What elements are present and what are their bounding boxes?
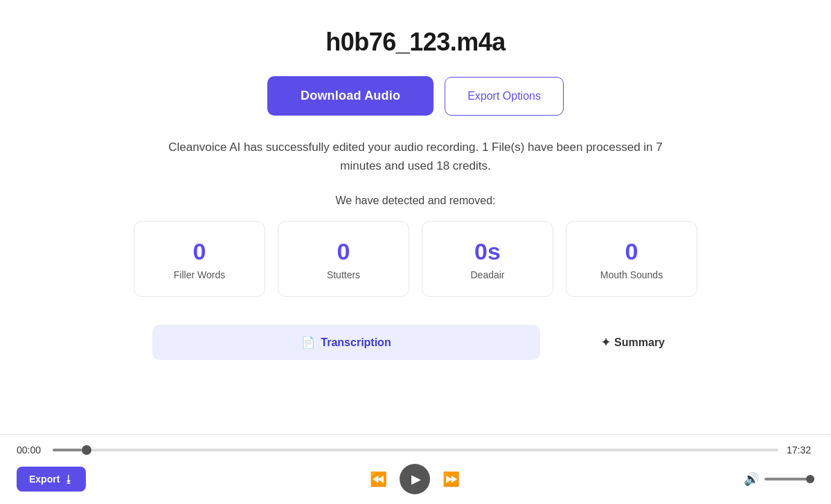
mouth-sounds-label: Mouth Sounds [600,269,663,280]
tab-transcription[interactable]: 📄 Transcription [152,325,540,360]
tab-transcription-label: Transcription [321,336,391,349]
export-bar-button[interactable]: Export ⭳ [17,467,86,492]
volume-fill [765,478,810,480]
stats-row: 0 Filler Words 0 Stutters 0s Deadair 0 M… [134,221,697,297]
audio-bar: 00:00 17:32 Export ⭳ ⏪ ▶ ⏩ 🔊 [0,434,831,504]
audio-timeline: 00:00 17:32 [17,444,814,456]
stutters-value: 0 [337,238,350,265]
play-button[interactable]: ▶ [400,464,430,494]
stat-card-deadair: 0s Deadair [422,221,553,297]
filler-words-value: 0 [193,238,206,265]
deadair-value: 0s [474,238,501,265]
download-audio-button[interactable]: Download Audio [267,76,434,116]
progress-fill [53,449,82,451]
stutters-label: Stutters [327,269,360,280]
volume-thumb[interactable] [806,475,814,483]
export-icon: ⭳ [64,474,73,485]
export-options-button[interactable]: Export Options [445,77,564,116]
button-row: Download Audio Export Options [267,76,564,116]
playback-controls: ⏪ ▶ ⏩ [370,464,460,494]
current-time: 00:00 [17,444,44,456]
fast-forward-button[interactable]: ⏩ [443,471,460,487]
audio-controls: Export ⭳ ⏪ ▶ ⏩ 🔊 [17,464,814,494]
volume-row: 🔊 [744,471,814,487]
play-icon: ▶ [411,471,421,487]
file-title: h0b76_123.m4a [325,28,506,57]
mouth-sounds-value: 0 [625,238,638,265]
rewind-button[interactable]: ⏪ [370,471,387,487]
page-wrapper: h0b76_123.m4a Download Audio Export Opti… [0,0,831,360]
deadair-label: Deadair [470,269,504,280]
tabs-row: 📄 Transcription ✦ Summary [152,325,679,360]
transcription-icon: 📄 [301,336,315,349]
stat-card-filler-words: 0 Filler Words [134,221,265,297]
export-bar-label: Export [29,474,60,485]
filler-words-label: Filler Words [174,269,225,280]
volume-icon: 🔊 [744,471,759,487]
stat-card-mouth-sounds: 0 Mouth Sounds [566,221,697,297]
progress-track[interactable] [53,449,778,451]
success-message: Cleanvoice AI has successfully edited yo… [156,138,675,175]
sparkle-icon: ✦ [601,336,610,349]
total-time: 17:32 [787,444,814,456]
stat-card-stutters: 0 Stutters [278,221,409,297]
tab-summary[interactable]: ✦ Summary [587,325,679,360]
detected-label: We have detected and removed: [336,195,496,207]
tab-summary-label: Summary [614,336,665,349]
volume-track[interactable] [765,478,814,480]
progress-thumb[interactable] [82,445,91,455]
